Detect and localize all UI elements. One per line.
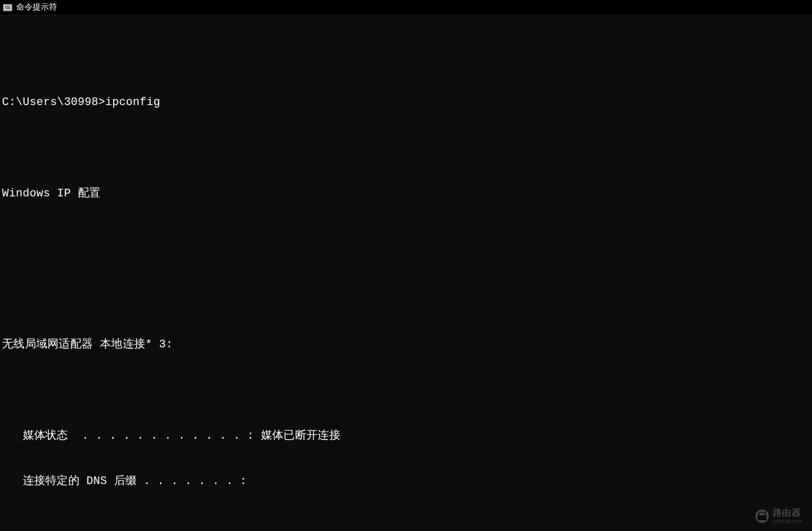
cmd-icon: C:\. [3, 4, 12, 11]
terminal-output[interactable]: C:\Users\30998>ipconfig Windows IP 配置 无线… [0, 15, 812, 531]
command-prompt-window: C:\. 命令提示符 C:\Users\30998>ipconfig Windo… [0, 0, 812, 531]
window-title: 命令提示符 [16, 2, 57, 13]
adapter-property: 连接特定的 DNS 后缀 . . . . . . . : [2, 474, 810, 489]
prompt-line: C:\Users\30998>ipconfig [2, 95, 810, 110]
watermark: 路由器 luyouqi.com [755, 508, 803, 524]
title-bar[interactable]: C:\. 命令提示符 [0, 0, 812, 15]
ip-config-header: Windows IP 配置 [2, 186, 810, 201]
router-icon [755, 510, 769, 523]
watermark-url: luyouqi.com [773, 518, 803, 524]
adapter-property: 媒体状态 . . . . . . . . . . . . : 媒体已断开连接 [2, 428, 810, 444]
watermark-text: 路由器 [773, 508, 803, 518]
adapter-title: 无线局域网适配器 本地连接* 3: [2, 337, 810, 352]
